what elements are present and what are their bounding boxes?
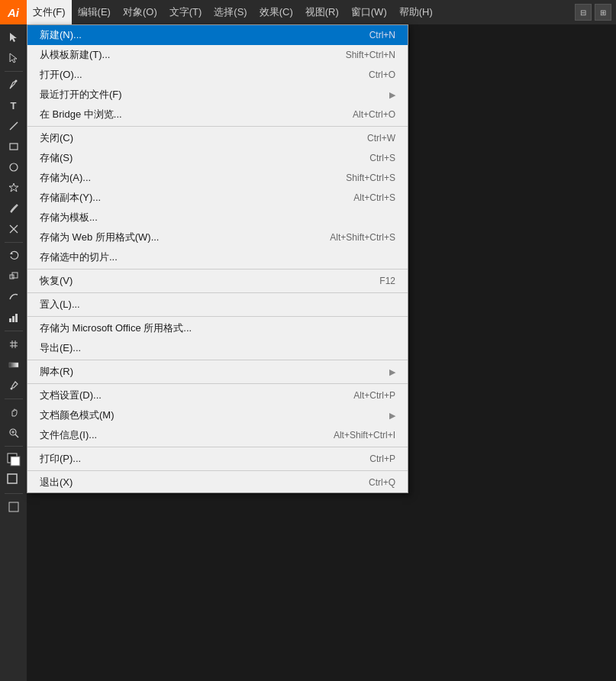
sep-5 [27, 360, 408, 360]
tool-hand[interactable] [4, 402, 24, 422]
menu-exit[interactable]: 退出(X) Ctrl+Q [27, 473, 408, 492]
menu-browse-label: 在 Bridge 中浏览... [40, 108, 322, 121]
tool-rotate[interactable] [4, 246, 24, 266]
menu-exit-shortcut: Ctrl+Q [369, 477, 395, 488]
menu-new-from-template-shortcut: Shift+Ctrl+N [346, 50, 395, 60]
menu-print-shortcut: Ctrl+P [369, 453, 395, 464]
menu-save-label: 存储(S) [40, 151, 339, 165]
menu-save-as-shortcut: Shift+Ctrl+S [346, 173, 395, 183]
tool-warp[interactable] [4, 287, 24, 307]
menu-save-selected-label: 存储选中的切片... [40, 250, 365, 264]
menu-open-shortcut: Ctrl+O [369, 69, 395, 80]
sep-6 [27, 383, 408, 384]
menu-browse[interactable]: 在 Bridge 中浏览... Alt+Ctrl+O [27, 105, 408, 124]
menu-save-shortcut: Ctrl+S [369, 153, 395, 163]
menu-save-copy-label: 存储副本(Y)... [40, 191, 323, 205]
menu-revert[interactable]: 恢复(V) F12 [27, 271, 408, 291]
menu-effect[interactable]: 效果(C) [253, 0, 299, 24]
menu-select[interactable]: 选择(S) [208, 0, 253, 24]
tool-gradient[interactable] [4, 355, 24, 375]
svg-point-5 [10, 163, 18, 171]
menu-object[interactable]: 对象(O) [117, 0, 163, 24]
menu-save-copy[interactable]: 存储副本(Y)... Alt+Ctrl+S [27, 188, 408, 208]
tool-scale[interactable] [4, 266, 24, 286]
menu-save-copy-shortcut: Alt+Ctrl+S [353, 192, 395, 203]
tool-line[interactable] [4, 116, 24, 136]
toolbar-sep-2 [5, 242, 23, 243]
menu-new[interactable]: 新建(N)... Ctrl+N [27, 25, 408, 45]
tool-zoom[interactable] [4, 423, 24, 443]
tool-fill[interactable] [4, 450, 24, 470]
menu-save-template-label: 存储为模板... [40, 211, 365, 224]
menu-scripts-label: 脚本(R) [40, 365, 383, 379]
tool-screen-mode[interactable] [4, 497, 24, 517]
menu-help[interactable]: 帮助(H) [393, 0, 439, 24]
menu-edit[interactable]: 编辑(E) [72, 0, 117, 24]
menu-revert-label: 恢复(V) [40, 274, 349, 288]
file-dropdown-menu: 新建(N)... Ctrl+N 从模板新建(T)... Shift+Ctrl+N… [27, 24, 408, 493]
menu-file-info[interactable]: 文件信息(I)... Alt+Shift+Ctrl+I [27, 425, 408, 445]
tool-mesh[interactable] [4, 334, 24, 354]
menu-save-office[interactable]: 存储为 Microsoft Office 所用格式... [27, 318, 408, 338]
menu-save-as[interactable]: 存储为(A)... Shift+Ctrl+S [27, 168, 408, 188]
menu-print[interactable]: 打印(P)... Ctrl+P [27, 449, 408, 469]
tool-eyedropper[interactable] [4, 376, 24, 395]
tool-direct-select[interactable] [4, 48, 24, 68]
menu-bar: 文件(F) 编辑(E) 对象(O) 文字(T) 选择(S) 效果(C) 视图(R… [27, 0, 575, 24]
menu-view[interactable]: 视图(R) [299, 0, 345, 24]
menu-recent-label: 最近打开的文件(F) [40, 88, 383, 102]
menu-file-info-label: 文件信息(I)... [40, 428, 303, 442]
menu-save-template[interactable]: 存储为模板... [27, 208, 408, 228]
app-logo: Ai [0, 0, 27, 24]
svg-rect-13 [12, 316, 15, 322]
workspace-btn[interactable]: ⊟ [575, 4, 592, 21]
menu-save-selected[interactable]: 存储选中的切片... [27, 247, 408, 267]
toolbar-sep-1 [5, 71, 23, 72]
svg-marker-6 [9, 183, 18, 192]
menu-new-shortcut: Ctrl+N [369, 30, 395, 40]
left-toolbar: T [0, 24, 27, 681]
svg-rect-12 [9, 318, 11, 322]
menu-recent[interactable]: 最近打开的文件(F) ▶ [27, 85, 408, 105]
menu-save-web-label: 存储为 Web 所用格式(W)... [40, 231, 299, 244]
menu-text[interactable]: 文字(T) [163, 0, 208, 24]
svg-rect-26 [11, 457, 20, 466]
menu-doc-setup-label: 文档设置(D)... [40, 389, 323, 402]
menu-save-web[interactable]: 存储为 Web 所用格式(W)... Alt+Shift+Ctrl+S [27, 228, 408, 247]
arrange-btn[interactable]: ⊞ [595, 4, 611, 21]
menu-doc-color[interactable]: 文档颜色模式(M) ▶ [27, 405, 408, 425]
menu-save-office-label: 存储为 Microsoft Office 所用格式... [40, 321, 365, 335]
menu-close[interactable]: 关闭(C) Ctrl+W [27, 128, 408, 148]
menu-open-label: 打开(O)... [40, 68, 338, 82]
menu-save[interactable]: 存储(S) Ctrl+S [27, 148, 408, 168]
menu-scripts[interactable]: 脚本(R) ▶ [27, 362, 408, 382]
menu-place[interactable]: 置入(L)... [27, 295, 408, 315]
svg-line-3 [10, 122, 18, 130]
menu-doc-color-arrow: ▶ [389, 411, 395, 421]
tool-graph[interactable] [4, 308, 24, 328]
menu-new-from-template[interactable]: 从模板新建(T)... Shift+Ctrl+N [27, 45, 408, 65]
tool-rect[interactable] [4, 137, 24, 157]
menu-window[interactable]: 窗口(W) [345, 0, 393, 24]
menu-export[interactable]: 导出(E)... [27, 338, 408, 358]
menu-save-web-shortcut: Alt+Shift+Ctrl+S [330, 232, 395, 243]
toolbar-sep-6 [5, 493, 23, 494]
menu-file[interactable]: 文件(F) [27, 0, 72, 24]
svg-point-20 [10, 388, 12, 390]
tool-star[interactable] [4, 178, 24, 198]
svg-rect-27 [8, 474, 17, 483]
menu-close-shortcut: Ctrl+W [367, 133, 395, 144]
menu-doc-setup[interactable]: 文档设置(D)... Alt+Ctrl+P [27, 386, 408, 405]
svg-rect-4 [10, 144, 18, 150]
top-right-controls: ⊟ ⊞ [575, 4, 616, 21]
tool-type[interactable]: T [4, 95, 24, 115]
tool-ellipse[interactable] [4, 157, 24, 177]
tool-scissors[interactable] [4, 219, 24, 239]
tool-brush[interactable] [4, 198, 24, 218]
tool-select[interactable] [4, 27, 24, 47]
menu-doc-color-label: 文档颜色模式(M) [40, 408, 383, 422]
tool-pen[interactable] [4, 75, 24, 95]
menu-open[interactable]: 打开(O)... Ctrl+O [27, 65, 408, 85]
tool-stroke-fill[interactable] [4, 470, 24, 490]
toolbar-sep-5 [5, 446, 23, 447]
